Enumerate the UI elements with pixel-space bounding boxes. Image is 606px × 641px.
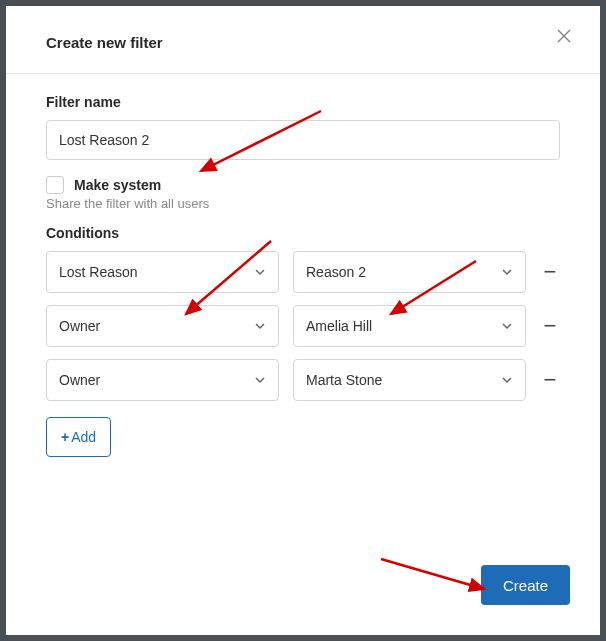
add-condition-button[interactable]: +Add — [46, 417, 111, 457]
condition-row: Owner Marta Stone − — [46, 359, 560, 401]
filter-name-input[interactable] — [46, 120, 560, 160]
close-button[interactable] — [552, 24, 576, 48]
select-value: Lost Reason — [59, 264, 138, 280]
select-value: Reason 2 — [306, 264, 366, 280]
select-value: Marta Stone — [306, 372, 382, 388]
minus-icon: − — [544, 369, 557, 391]
condition-row: Lost Reason Reason 2 − — [46, 251, 560, 293]
chevron-down-icon — [254, 320, 266, 332]
condition-value-select[interactable]: Reason 2 — [293, 251, 526, 293]
condition-value-select[interactable]: Amelia Hill — [293, 305, 526, 347]
select-value: Owner — [59, 318, 100, 334]
condition-field-select[interactable]: Owner — [46, 305, 279, 347]
remove-condition-button[interactable]: − — [540, 316, 560, 336]
create-button[interactable]: Create — [481, 565, 570, 605]
create-filter-modal: Create new filter Filter name Make syste… — [6, 6, 600, 635]
select-value: Owner — [59, 372, 100, 388]
filter-name-label: Filter name — [46, 94, 560, 110]
chevron-down-icon — [254, 374, 266, 386]
modal-header: Create new filter — [6, 6, 600, 74]
make-system-label: Make system — [74, 177, 161, 193]
add-label: Add — [71, 429, 96, 445]
remove-condition-button[interactable]: − — [540, 262, 560, 282]
make-system-checkbox[interactable] — [46, 176, 64, 194]
chevron-down-icon — [501, 374, 513, 386]
condition-field-select[interactable]: Lost Reason — [46, 251, 279, 293]
close-icon — [556, 28, 572, 44]
modal-body: Filter name Make system Share the filter… — [6, 74, 600, 547]
condition-field-select[interactable]: Owner — [46, 359, 279, 401]
make-system-row: Make system — [46, 176, 560, 194]
conditions-label: Conditions — [46, 225, 560, 241]
minus-icon: − — [544, 261, 557, 283]
chevron-down-icon — [501, 320, 513, 332]
chevron-down-icon — [501, 266, 513, 278]
modal-footer: Create — [6, 547, 600, 635]
minus-icon: − — [544, 315, 557, 337]
modal-title: Create new filter — [46, 34, 560, 51]
condition-value-select[interactable]: Marta Stone — [293, 359, 526, 401]
condition-row: Owner Amelia Hill − — [46, 305, 560, 347]
chevron-down-icon — [254, 266, 266, 278]
remove-condition-button[interactable]: − — [540, 370, 560, 390]
select-value: Amelia Hill — [306, 318, 372, 334]
make-system-hint: Share the filter with all users — [46, 196, 560, 211]
plus-icon: + — [61, 429, 69, 445]
